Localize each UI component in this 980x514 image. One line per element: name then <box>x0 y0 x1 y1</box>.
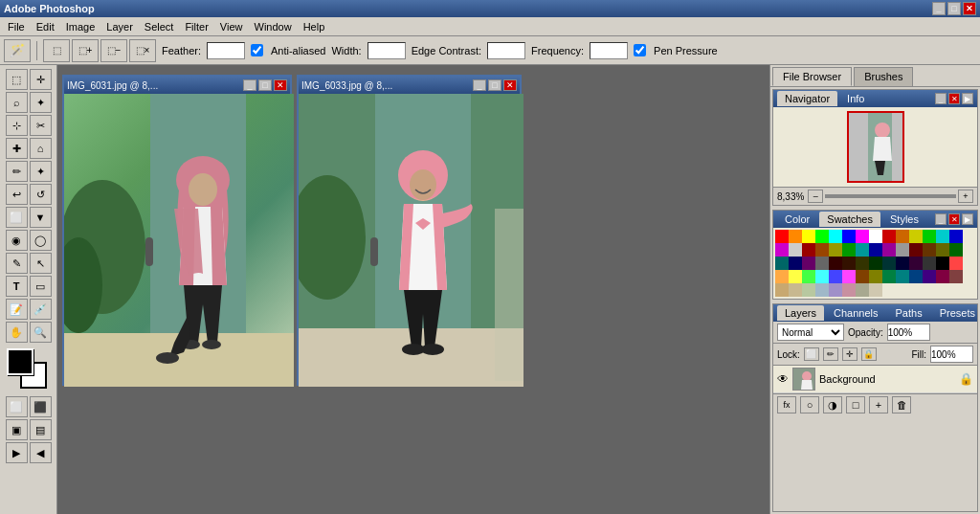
shape-tool[interactable]: ▭ <box>30 276 52 297</box>
maximize-button[interactable]: □ <box>947 2 961 15</box>
swatch-color[interactable] <box>856 257 869 270</box>
swatches-close-btn[interactable]: ✕ <box>948 213 960 225</box>
swatch-color[interactable] <box>896 230 909 243</box>
screen-mode-btn1[interactable]: ▣ <box>6 419 28 440</box>
swatch-color[interactable] <box>936 257 949 270</box>
swatch-color[interactable] <box>869 243 882 257</box>
swatch-color[interactable] <box>869 283 882 297</box>
img-win-1-minimize[interactable]: _ <box>243 79 256 91</box>
opacity-input[interactable] <box>887 324 930 341</box>
crop-tool[interactable]: ⊹ <box>6 115 28 136</box>
menu-select[interactable]: Select <box>139 19 180 34</box>
swatch-color[interactable] <box>882 230 896 243</box>
img-win-2-maximize[interactable]: □ <box>488 79 501 91</box>
quick-mask-btn[interactable]: ⬛ <box>30 396 52 417</box>
tab-brushes[interactable]: Brushes <box>854 67 913 86</box>
fill-input[interactable] <box>930 346 973 363</box>
minimize-button[interactable]: _ <box>932 2 946 15</box>
zoom-in-btn[interactable]: + <box>958 190 973 203</box>
layer-visibility-eye[interactable]: 👁 <box>777 372 789 386</box>
swatch-color[interactable] <box>869 270 882 283</box>
navigator-minimize-btn[interactable]: _ <box>935 93 947 104</box>
swatch-color[interactable] <box>909 270 923 283</box>
swatch-color[interactable] <box>815 283 829 297</box>
swatch-color[interactable] <box>856 243 869 257</box>
menu-layer[interactable]: Layer <box>100 19 139 34</box>
subtract-selection-btn[interactable]: ⬚− <box>100 39 127 62</box>
swatch-color[interactable] <box>896 270 909 283</box>
imageready-btn[interactable]: ▶ <box>6 442 28 463</box>
swatch-color[interactable] <box>842 230 856 243</box>
img-win-2-minimize[interactable]: _ <box>473 79 486 91</box>
swatch-color[interactable] <box>815 257 829 270</box>
swatch-color[interactable] <box>856 230 869 243</box>
swatch-color[interactable] <box>802 230 815 243</box>
swatch-color[interactable] <box>923 243 936 257</box>
img-win-1-close[interactable]: ✕ <box>274 79 287 91</box>
swatch-color[interactable] <box>775 230 789 243</box>
foreground-color-swatch[interactable] <box>7 348 33 375</box>
swatch-color[interactable] <box>896 257 909 270</box>
swatch-color[interactable] <box>842 257 856 270</box>
width-input[interactable]: 10 px <box>368 42 406 59</box>
lasso-tool[interactable]: ⌕ <box>6 92 28 113</box>
navigator-menu-btn[interactable]: ▶ <box>962 93 973 104</box>
layer-mask-btn[interactable]: ○ <box>800 396 819 413</box>
swatch-color[interactable] <box>949 270 963 283</box>
layer-fx-btn[interactable]: fx <box>777 396 796 413</box>
swatch-color[interactable] <box>829 230 842 243</box>
swatch-color[interactable] <box>909 230 923 243</box>
swatch-color[interactable] <box>882 257 896 270</box>
swatches-minimize-btn[interactable]: _ <box>935 213 947 225</box>
tab-swatches[interactable]: Swatches <box>819 212 880 227</box>
tab-paths[interactable]: Paths <box>888 305 930 321</box>
swatch-color[interactable] <box>842 243 856 257</box>
tab-navigator[interactable]: Navigator <box>777 91 837 106</box>
swatch-color[interactable] <box>936 243 949 257</box>
art-history-tool[interactable]: ↺ <box>30 184 52 205</box>
frequency-input[interactable]: 57 <box>590 42 628 59</box>
swatch-color[interactable] <box>923 257 936 270</box>
blur-tool[interactable]: ◉ <box>6 230 28 251</box>
swatch-color[interactable] <box>856 270 869 283</box>
layer-new-btn[interactable]: + <box>869 396 888 413</box>
type-tool[interactable]: T <box>6 276 28 297</box>
notes-tool[interactable]: 📝 <box>6 299 28 320</box>
zoom-track[interactable] <box>825 194 956 198</box>
title-bar-controls[interactable]: _ □ ✕ <box>932 2 976 15</box>
screen-mode-btn2[interactable]: ▤ <box>30 419 52 440</box>
swatch-color[interactable] <box>775 270 789 283</box>
tab-styles[interactable]: Styles <box>882 212 926 227</box>
swatch-color[interactable] <box>802 257 815 270</box>
tab-color[interactable]: Color <box>777 212 817 227</box>
feather-input[interactable]: 0 px <box>207 42 245 59</box>
zoom-tool[interactable]: 🔍 <box>30 322 52 343</box>
menu-filter[interactable]: Filter <box>179 19 213 34</box>
layer-row-background[interactable]: 👁 Background 🔒 <box>773 366 977 393</box>
swatch-color[interactable] <box>949 243 963 257</box>
new-selection-btn[interactable]: ⬚ <box>43 39 70 62</box>
close-button[interactable]: ✕ <box>963 2 976 15</box>
menu-edit[interactable]: Edit <box>31 19 60 34</box>
patch-tool[interactable]: ⌂ <box>30 138 52 159</box>
paint-bucket-tool[interactable]: ▼ <box>30 207 52 228</box>
edge-contrast-input[interactable]: 10% <box>487 42 525 59</box>
history-brush-tool[interactable]: ↩ <box>6 184 28 205</box>
layer-adjustment-btn[interactable]: ◑ <box>823 396 842 413</box>
path-selection-tool[interactable]: ↖ <box>30 253 52 274</box>
tab-file-browser[interactable]: File Browser <box>772 67 852 86</box>
zoom-out-btn[interactable]: – <box>808 190 823 203</box>
lock-all-btn[interactable]: 🔒 <box>861 347 877 361</box>
swatch-color[interactable] <box>802 243 815 257</box>
navigator-close-btn[interactable]: ✕ <box>948 93 960 104</box>
swatch-color[interactable] <box>815 230 829 243</box>
rectangular-marquee-tool[interactable]: ⬚ <box>6 69 28 90</box>
swatch-color[interactable] <box>775 243 789 257</box>
swatch-color[interactable] <box>802 270 815 283</box>
swatch-color[interactable] <box>789 270 802 283</box>
swatch-color[interactable] <box>949 257 963 270</box>
swatch-color[interactable] <box>829 270 842 283</box>
swatch-color[interactable] <box>869 230 882 243</box>
menu-help[interactable]: Help <box>298 19 331 34</box>
swatches-menu-btn[interactable]: ▶ <box>962 213 973 225</box>
